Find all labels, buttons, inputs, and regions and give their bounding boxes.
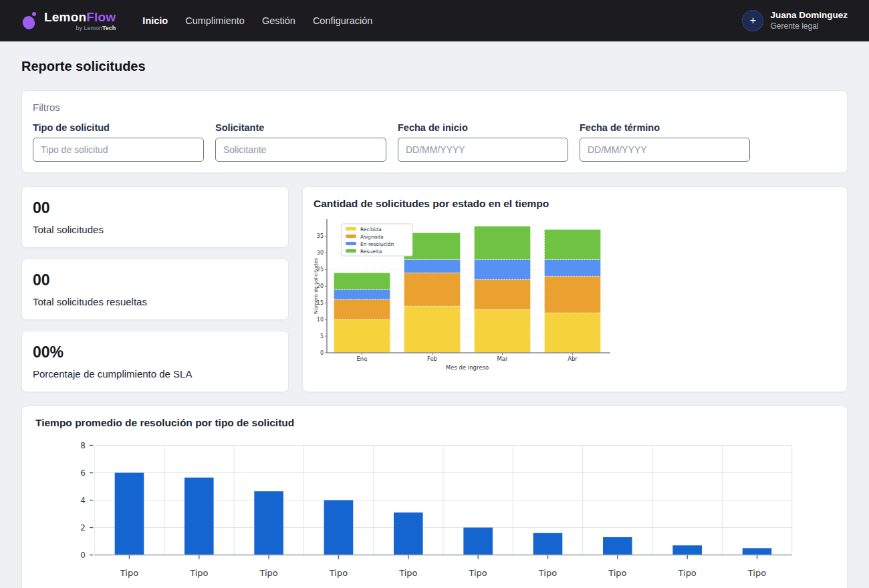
- avatar[interactable]: +: [742, 10, 763, 31]
- nav-gestion[interactable]: Gestión: [262, 15, 295, 26]
- svg-text:Resuelta: Resuelta: [360, 249, 382, 255]
- svg-text:5: 5: [320, 333, 324, 339]
- avg-resolution-bar-chart: 02468TipoTipoTipoTipoTipoTipoTipoTipoTip…: [35, 436, 834, 588]
- stat-value: 00%: [33, 343, 277, 361]
- svg-text:Asignada: Asignada: [360, 234, 384, 240]
- status-chart-card: Cantidad de solicitudes por estado en el…: [302, 186, 848, 392]
- fecha-termino-input[interactable]: [580, 138, 750, 162]
- top-nav-bar: LemonFlow by LemonTech Inicio Cumplimien…: [0, 0, 869, 41]
- solicitante-label: Solicitante: [215, 122, 386, 133]
- svg-text:Tipo: Tipo: [678, 568, 697, 578]
- user-menu[interactable]: + Juana Dominguez Gerente legal: [742, 10, 848, 31]
- svg-text:Abr: Abr: [568, 355, 578, 362]
- field-fecha-termino: Fecha de término: [580, 122, 750, 162]
- stat-card-total-resueltas: 00 Total solicitudes resueltas: [21, 259, 289, 320]
- svg-text:30: 30: [317, 250, 324, 256]
- svg-text:Tipo: Tipo: [259, 568, 277, 578]
- svg-text:En resolución: En resolución: [360, 241, 394, 247]
- status-stacked-bar-chart: 05101520253035EneFebMarAbrMes de ingreso…: [314, 214, 628, 374]
- stat-label: Porcentaje de cumplimiento de SLA: [33, 368, 277, 380]
- main-nav: Inicio Cumplimiento Gestión Configuració…: [142, 15, 372, 26]
- brand-name: LemonFlow: [44, 11, 116, 23]
- stats-column: 00 Total solicitudes 00 Total solicitude…: [21, 186, 289, 392]
- fecha-inicio-label: Fecha de inicio: [398, 122, 568, 133]
- field-solicitante: Solicitante: [215, 122, 386, 162]
- svg-text:Mar: Mar: [497, 355, 508, 362]
- stat-label: Total solicitudes: [33, 224, 277, 235]
- stat-label: Total solicitudes resueltas: [33, 296, 277, 307]
- svg-text:Tipo: Tipo: [468, 568, 487, 578]
- avg-resolution-chart-card: Tiempo promedio de resolución por tipo d…: [21, 406, 848, 588]
- svg-text:35: 35: [317, 233, 324, 239]
- fecha-inicio-input[interactable]: [398, 138, 568, 162]
- user-role: Gerente legal: [770, 21, 848, 31]
- svg-text:Ene: Ene: [357, 355, 368, 362]
- field-fecha-inicio: Fecha de inicio: [398, 122, 568, 162]
- page-title: Reporte solicitudes: [21, 59, 848, 74]
- svg-text:6: 6: [80, 468, 86, 478]
- svg-text:Tipo: Tipo: [608, 568, 626, 578]
- svg-text:0: 0: [320, 350, 324, 356]
- svg-text:Mes de ingreso: Mes de ingreso: [446, 364, 489, 371]
- stat-value: 00: [33, 271, 277, 289]
- lemon-icon: [21, 11, 39, 31]
- stat-card-total-solicitudes: 00 Total solicitudes: [21, 186, 289, 248]
- svg-text:0: 0: [80, 551, 86, 560]
- fecha-termino-label: Fecha de término: [580, 122, 750, 133]
- user-name: Juana Dominguez: [770, 10, 848, 21]
- svg-text:Tipo: Tipo: [329, 568, 348, 578]
- tipo-solicitud-input[interactable]: [33, 138, 204, 162]
- svg-text:2: 2: [80, 523, 86, 533]
- stat-value: 00: [33, 199, 277, 217]
- svg-text:Tipo: Tipo: [747, 568, 766, 578]
- brand-logo[interactable]: LemonFlow by LemonTech: [21, 11, 116, 31]
- avg-resolution-chart-title: Tiempo promedio de resolución por tipo d…: [35, 417, 834, 429]
- filters-title: Filtros: [33, 102, 836, 113]
- svg-text:Tipo: Tipo: [120, 568, 138, 578]
- status-chart-title: Cantidad de solicitudes por estado en el…: [314, 198, 836, 210]
- svg-text:Número de solicitudes: Número de solicitudes: [314, 258, 319, 314]
- stat-card-sla: 00% Porcentaje de cumplimiento de SLA: [21, 331, 289, 392]
- field-tipo-solicitud: Tipo de solicitud: [33, 122, 204, 162]
- filters-card: Filtros Tipo de solicitud Solicitante Fe…: [21, 90, 848, 173]
- solicitante-input[interactable]: [215, 138, 386, 162]
- nav-configuracion[interactable]: Configuración: [313, 15, 372, 26]
- svg-text:Tipo: Tipo: [538, 568, 557, 578]
- filters-row: Tipo de solicitud Solicitante Fecha de i…: [33, 122, 836, 162]
- mid-row: 00 Total solicitudes 00 Total solicitude…: [21, 186, 848, 392]
- nav-cumplimiento[interactable]: Cumplimiento: [185, 15, 245, 26]
- brand-byline: by LemonTech: [44, 25, 116, 31]
- svg-text:10: 10: [317, 317, 324, 323]
- svg-text:Tipo: Tipo: [189, 568, 208, 578]
- report-page: Reporte solicitudes Filtros Tipo de soli…: [0, 41, 869, 588]
- tipo-solicitud-label: Tipo de solicitud: [33, 122, 204, 133]
- svg-text:4: 4: [80, 496, 86, 505]
- svg-text:Feb: Feb: [427, 355, 437, 362]
- svg-text:Recibida: Recibida: [360, 227, 382, 233]
- nav-inicio[interactable]: Inicio: [142, 15, 168, 26]
- svg-text:Tipo: Tipo: [398, 568, 417, 578]
- svg-text:8: 8: [80, 441, 86, 450]
- brand-text: LemonFlow by LemonTech: [44, 11, 116, 31]
- user-info: Juana Dominguez Gerente legal: [770, 10, 848, 31]
